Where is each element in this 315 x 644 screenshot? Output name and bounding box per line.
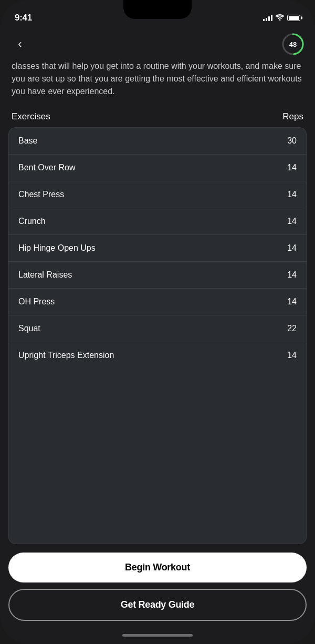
exercise-reps: 22: [287, 324, 297, 333]
exercise-reps: 14: [287, 243, 297, 253]
phone-frame: 9:41 ‹: [0, 0, 315, 644]
reps-label: Reps: [282, 111, 303, 122]
table-row: Upright Triceps Extension14: [9, 342, 306, 369]
exercise-reps: 14: [287, 163, 297, 172]
exercise-reps: 14: [287, 297, 297, 306]
table-row: Bent Over Row14: [9, 155, 306, 181]
status-time: 9:41: [15, 13, 32, 23]
exercises-header: Exercises Reps: [0, 106, 315, 127]
table-row: Chest Press14: [9, 181, 306, 208]
exercise-reps: 14: [287, 351, 297, 360]
progress-circle: 48: [281, 33, 304, 56]
status-icons: [263, 14, 300, 22]
exercise-name: Crunch: [18, 217, 46, 226]
exercise-reps: 14: [287, 270, 297, 280]
back-chevron-icon: ‹: [18, 38, 22, 50]
table-row: Base30: [9, 128, 306, 155]
get-ready-button[interactable]: Get Ready Guide: [8, 589, 307, 621]
progress-number: 48: [289, 40, 297, 48]
table-row: Squat22: [9, 315, 306, 342]
wifi-icon: [276, 14, 284, 22]
exercise-table: Base30Bent Over Row14Chest Press14Crunch…: [8, 127, 307, 544]
nav-bar: ‹ 48: [0, 28, 315, 60]
exercise-name: Lateral Raises: [18, 270, 72, 280]
exercise-name: Bent Over Row: [18, 163, 75, 172]
exercise-name: Hip Hinge Open Ups: [18, 243, 96, 253]
signal-icon: [263, 15, 272, 21]
exercise-name: Chest Press: [18, 190, 64, 199]
main-content: ‹ 48 classes that will help you get into…: [0, 28, 315, 626]
exercises-label: Exercises: [12, 111, 50, 122]
exercise-reps: 14: [287, 217, 297, 226]
exercise-reps: 30: [287, 136, 297, 146]
bottom-section: Begin Workout Get Ready Guide: [0, 544, 315, 626]
description-text: classes that will help you get into a ro…: [12, 60, 303, 98]
exercise-reps: 14: [287, 190, 297, 199]
exercise-name: OH Press: [18, 297, 55, 306]
battery-icon: [287, 15, 300, 21]
table-row: Crunch14: [9, 208, 306, 235]
description-section: classes that will help you get into a ro…: [0, 60, 315, 106]
notch: [123, 0, 192, 19]
table-row: OH Press14: [9, 289, 306, 315]
begin-workout-button[interactable]: Begin Workout: [8, 553, 307, 582]
home-bar: [122, 634, 193, 637]
exercise-name: Base: [18, 136, 37, 146]
table-row: Hip Hinge Open Ups14: [9, 235, 306, 262]
exercises-section: Exercises Reps Base30Bent Over Row14Ches…: [0, 106, 315, 544]
exercise-name: Upright Triceps Extension: [18, 351, 114, 360]
exercise-name: Squat: [18, 324, 40, 333]
table-row: Lateral Raises14: [9, 262, 306, 289]
home-indicator: [0, 626, 315, 644]
back-button[interactable]: ‹: [10, 35, 29, 54]
